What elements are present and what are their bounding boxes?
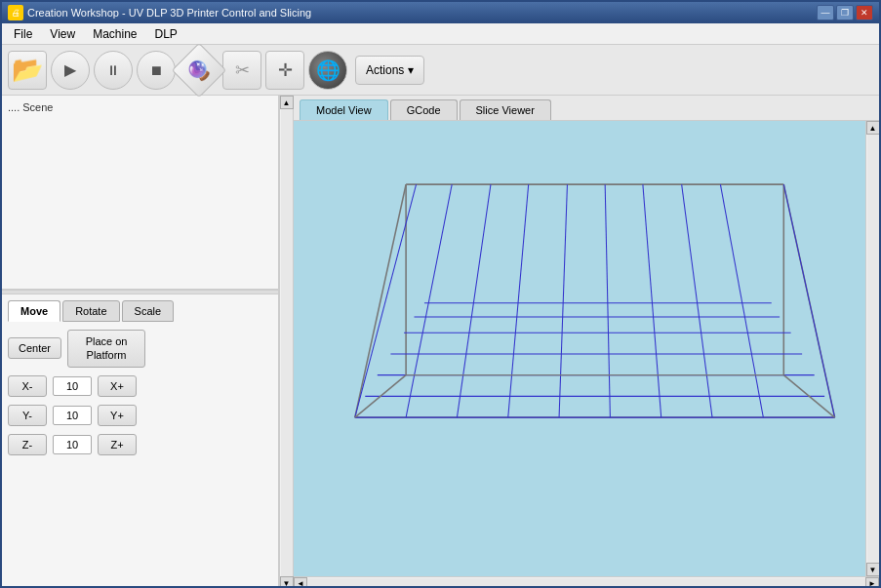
transform-tabs: Move Rotate Scale	[8, 300, 272, 322]
pause-button[interactable]: ⏸	[94, 51, 133, 90]
scroll-track-right	[867, 135, 879, 563]
menu-file[interactable]: File	[6, 25, 40, 43]
restore-button[interactable]: ❐	[836, 5, 854, 20]
scroll-right-arrow[interactable]: ►	[865, 577, 879, 589]
scroll-down-arrow[interactable]: ▼	[280, 576, 294, 588]
stop-button[interactable]: ⏹	[137, 51, 176, 90]
menu-view[interactable]: View	[42, 25, 83, 43]
svg-rect-0	[294, 121, 865, 576]
center-button[interactable]: Center	[8, 337, 61, 359]
place-on-platform-button[interactable]: Place onPlatform	[67, 330, 145, 368]
x-value-input[interactable]	[53, 376, 92, 396]
left-scrollbar: ▲ ▼	[280, 96, 294, 588]
settings-button[interactable]: 🌐	[308, 51, 347, 90]
scroll-right-down-arrow[interactable]: ▼	[866, 563, 880, 576]
tools-button[interactable]: ✂	[222, 51, 261, 90]
scene-tree-item[interactable]: .... Scene	[6, 99, 274, 115]
scroll-up-arrow[interactable]: ▲	[280, 96, 294, 109]
z-minus-button[interactable]: Z-	[8, 434, 47, 455]
play-button[interactable]: ▶	[51, 51, 90, 90]
tab-rotate[interactable]: Rotate	[62, 300, 119, 322]
right-scrollbar: ▲ ▼	[865, 121, 879, 576]
move3d-button[interactable]: ✛	[265, 51, 304, 90]
3d-viewport[interactable]	[294, 121, 865, 576]
controls-panel: Move Rotate Scale Center Place onPlatfor…	[2, 294, 278, 588]
scroll-left-arrow[interactable]: ◄	[294, 577, 307, 589]
view-tabs: Model View GCode Slice Viewer	[294, 96, 879, 121]
menu-machine[interactable]: Machine	[85, 25, 144, 43]
slice-tool-button[interactable]: 🔮	[172, 42, 227, 98]
scene-panel: .... Scene	[2, 96, 278, 291]
actions-label: Actions	[366, 63, 404, 77]
x-plus-button[interactable]: X+	[98, 375, 137, 397]
x-minus-button[interactable]: X-	[8, 375, 47, 397]
tab-gcode[interactable]: GCode	[390, 99, 458, 120]
bottom-scrollbar: ◄ ►	[294, 576, 879, 588]
y-minus-button[interactable]: Y-	[8, 405, 47, 426]
tab-model-view[interactable]: Model View	[300, 99, 388, 120]
tab-move[interactable]: Move	[8, 300, 60, 322]
z-value-input[interactable]	[53, 435, 92, 454]
open-folder-button[interactable]: 📂	[8, 51, 47, 90]
menu-dlp[interactable]: DLP	[147, 25, 185, 43]
tab-scale[interactable]: Scale	[122, 300, 175, 322]
minimize-button[interactable]: —	[817, 5, 834, 20]
actions-dropdown-icon: ▾	[408, 63, 414, 77]
viewport-svg	[294, 121, 865, 576]
window-controls: — ❐ ✕	[817, 5, 873, 20]
menubar: File View Machine DLP	[2, 23, 879, 45]
app-icon: 🖨	[8, 5, 23, 20]
actions-button[interactable]: Actions ▾	[355, 56, 424, 85]
tab-slice-viewer[interactable]: Slice Viewer	[460, 99, 551, 120]
window-title: Creation Workshop - UV DLP 3D Printer Co…	[27, 7, 311, 19]
scroll-right-up-arrow[interactable]: ▲	[866, 121, 880, 135]
main-toolbar: 📂 ▶ ⏸ ⏹ 🔮 ✂ ✛ 🌐 Actions ▾	[2, 45, 879, 96]
y-plus-button[interactable]: Y+	[98, 405, 137, 426]
titlebar: 🖨 Creation Workshop - UV DLP 3D Printer …	[2, 2, 879, 23]
scroll-track-left	[281, 109, 293, 576]
scroll-track-bottom	[307, 578, 865, 589]
close-button[interactable]: ✕	[856, 5, 873, 20]
y-value-input[interactable]	[53, 406, 92, 425]
z-plus-button[interactable]: Z+	[98, 434, 137, 455]
